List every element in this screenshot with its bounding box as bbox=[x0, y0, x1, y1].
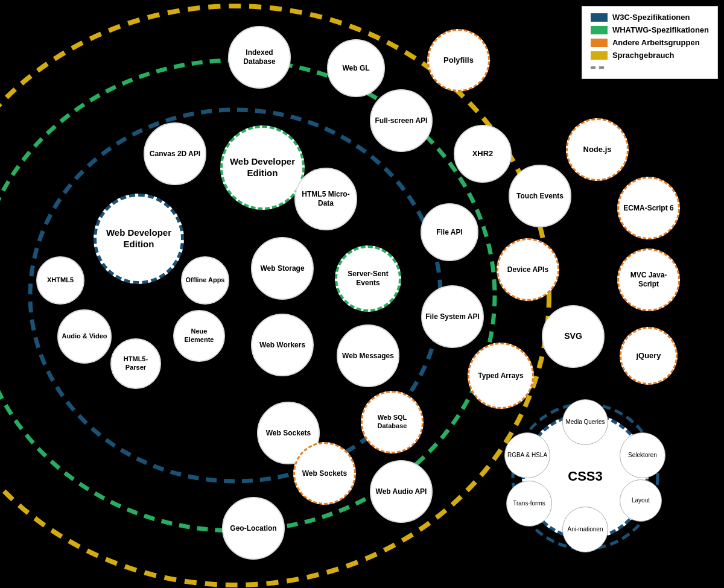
css3-sub-rgba-hsla: RGBA & HSLA bbox=[504, 432, 550, 478]
legend-item-whatwg: WHATWG-Spezifikationen bbox=[591, 25, 709, 34]
node-xhtml5: XHTML5 bbox=[36, 256, 84, 305]
node-web-messages: Web Messages bbox=[337, 324, 399, 387]
node-web-dev-edition-center: Web Developer Edition bbox=[220, 125, 305, 210]
node-web-gl: Web GL bbox=[327, 39, 385, 97]
css3-sub-selektoren: Selektoren bbox=[620, 432, 665, 478]
node-typed-arrays: Typed Arrays bbox=[468, 343, 534, 409]
node-indexed-db: Indexed Database bbox=[228, 26, 291, 89]
legend-color-w3c bbox=[591, 13, 608, 22]
legend: W3C-Spezifikationen WHATWG-Spezifikation… bbox=[582, 6, 718, 79]
legend-color-whatwg bbox=[591, 26, 608, 34]
css3-sub-transforms: Trans-forms bbox=[506, 481, 552, 526]
css3-sub-layout: Layout bbox=[620, 479, 662, 522]
legend-item-w3c: W3C-Spezifikationen bbox=[591, 13, 709, 22]
css3-sub-media-queries: Media Queries bbox=[562, 399, 608, 445]
node-jquery: jQuery bbox=[620, 327, 678, 385]
node-ecmascript6: ECMA-Script 6 bbox=[617, 177, 680, 239]
node-web-dev-edition-left: Web Developer Edition bbox=[94, 194, 184, 284]
node-web-audio-api: Web Audio API bbox=[370, 460, 433, 523]
node-server-sent-events: Server-Sent Events bbox=[335, 245, 401, 312]
node-geo-location: Geo-Location bbox=[222, 497, 285, 560]
node-file-system-api: File System API bbox=[421, 285, 484, 348]
legend-label-whatwg: WHATWG-Spezifikationen bbox=[612, 25, 709, 34]
node-touch-events: Touch Events bbox=[509, 165, 571, 227]
node-web-workers: Web Workers bbox=[251, 314, 314, 376]
node-web-sql-database: Web SQL Database bbox=[361, 391, 424, 454]
node-polyfills: Polyfills bbox=[427, 29, 490, 92]
legend-color-sprach bbox=[591, 51, 608, 60]
legend-label-andere: Andere Arbeitsgruppen bbox=[612, 38, 700, 47]
node-audio-video: Audio & Video bbox=[57, 309, 112, 364]
legend-label-w3c: W3C-Spezifikationen bbox=[612, 13, 690, 22]
node-offline-apps: Offline Apps bbox=[181, 256, 229, 305]
node-canvas-2d: Canvas 2D API bbox=[144, 122, 206, 185]
node-mvc-javascript: MVC Java-Script bbox=[617, 248, 680, 311]
node-device-apis: Device APIs bbox=[497, 238, 559, 301]
node-web-sockets-inner: Web Sockets bbox=[293, 442, 356, 505]
legend-item-other bbox=[591, 63, 709, 69]
node-svg: SVG bbox=[542, 305, 605, 368]
legend-color-other bbox=[591, 66, 608, 69]
node-neue-elemente: Neue Elemente bbox=[173, 310, 225, 362]
node-web-storage: Web Storage bbox=[251, 237, 314, 300]
legend-item-sprach: Sprachgebrauch bbox=[591, 51, 709, 60]
node-node-js: Node.js bbox=[566, 118, 629, 181]
node-html5-microdata: HTML5 Micro-Data bbox=[294, 168, 357, 230]
node-html5-parser: HTML5-Parser bbox=[110, 338, 161, 389]
legend-label-sprach: Sprachgebrauch bbox=[612, 51, 675, 60]
node-file-api: File API bbox=[421, 203, 478, 261]
node-xhr2: XHR2 bbox=[454, 125, 512, 183]
legend-item-andere: Andere Arbeitsgruppen bbox=[591, 38, 709, 47]
legend-color-andere bbox=[591, 39, 608, 47]
css3-sub-animationen: Ani-mationen bbox=[562, 507, 608, 552]
node-fullscreen-api: Full-screen API bbox=[370, 89, 433, 152]
